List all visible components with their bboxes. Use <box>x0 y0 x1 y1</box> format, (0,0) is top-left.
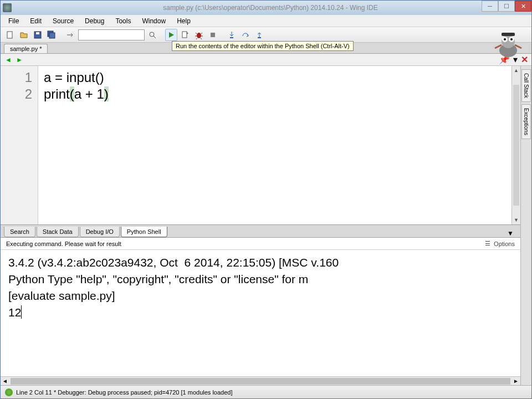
new-file-button[interactable] <box>4 29 16 41</box>
tab-overflow-button[interactable]: ▼ <box>504 229 517 237</box>
svg-rect-10 <box>258 37 261 38</box>
options-icon: ☰ <box>485 240 490 247</box>
save-button[interactable] <box>32 29 44 41</box>
nav-forward-button[interactable]: ► <box>15 55 24 64</box>
run-button[interactable] <box>165 29 177 41</box>
window-title: sample.py (c:\Users\operator\Documents\P… <box>12 4 529 12</box>
svg-rect-9 <box>230 37 233 38</box>
editor-wrap: 1 2 a = input() print(a + 1) ▲ ▼ Search … <box>1 66 520 385</box>
scroll-down-icon[interactable]: ▼ <box>512 216 520 224</box>
svg-rect-0 <box>7 32 12 38</box>
svg-rect-6 <box>182 32 187 38</box>
debug-bug-button[interactable] <box>193 29 205 41</box>
scroll-up-icon[interactable]: ▲ <box>512 66 520 75</box>
rail-exceptions[interactable]: Exceptions <box>521 104 531 139</box>
menu-help[interactable]: Help <box>172 16 195 26</box>
line-number-2: 2 <box>1 86 32 103</box>
options-label: Options <box>494 241 515 247</box>
close-button[interactable]: ✕ <box>515 1 531 12</box>
menubar: File Edit Source Debug Tools Window Help <box>1 15 531 27</box>
status-text: Line 2 Col 11 * Debugger: Debug process … <box>16 389 232 396</box>
svg-rect-8 <box>211 33 215 37</box>
open-file-button[interactable] <box>18 29 30 41</box>
bottom-tab-strip: Search Stack Data Debug I/O Python Shell… <box>1 224 520 238</box>
svg-rect-4 <box>49 33 55 38</box>
shell-line-4: 12 <box>8 304 513 321</box>
app-icon <box>3 3 12 12</box>
code-editor[interactable]: 1 2 a = input() print(a + 1) ▲ ▼ <box>1 66 520 224</box>
scroll-right-icon[interactable]: ► <box>511 378 520 384</box>
search-input[interactable] <box>78 29 145 40</box>
shell-line-1: 3.4.2 (v3.4.2:ab2c023a9432, Oct 6 2014, … <box>8 254 513 271</box>
main-window: sample.py (c:\Users\operator\Documents\P… <box>0 0 532 399</box>
shell-h-scrollbar[interactable]: ◄ ► <box>1 376 520 385</box>
shell-line-3: [evaluate sample.py] <box>8 288 513 304</box>
menu-file[interactable]: File <box>4 16 23 26</box>
maximize-button[interactable]: ☐ <box>498 1 515 12</box>
editor-scrollbar[interactable]: ▲ ▼ <box>511 66 520 224</box>
line-gutter: 1 2 <box>1 66 38 224</box>
svg-rect-17 <box>502 33 515 36</box>
debug-button[interactable] <box>179 29 191 41</box>
step-out-button[interactable] <box>253 29 265 41</box>
status-icon <box>5 388 13 396</box>
statusbar: Line 2 Col 11 * Debugger: Debug process … <box>1 385 531 398</box>
code-area[interactable]: a = input() print(a + 1) <box>38 66 511 224</box>
scroll-thumb[interactable] <box>513 85 519 206</box>
right-rail: Call Stack Exceptions <box>520 66 531 385</box>
nav-back-button[interactable]: ◄ <box>4 55 13 64</box>
menu-debug[interactable]: Debug <box>80 16 109 26</box>
run-tooltip: Run the contents of the editor within th… <box>172 41 354 51</box>
menu-source[interactable]: Source <box>48 16 78 26</box>
shell-options[interactable]: ☰ Options <box>485 240 515 247</box>
tab-python-shell[interactable]: Python Shell <box>121 227 167 237</box>
svg-point-16 <box>510 38 513 40</box>
tab-debug-io[interactable]: Debug I/O <box>80 227 120 237</box>
line-number-1: 1 <box>1 69 32 86</box>
search-button[interactable] <box>146 29 158 41</box>
stop-button[interactable] <box>207 29 219 41</box>
toolbar <box>1 27 531 43</box>
rail-call-stack[interactable]: Call Stack <box>521 69 531 102</box>
minimize-button[interactable]: ─ <box>482 1 498 12</box>
python-shell[interactable]: 3.4.2 (v3.4.2:ab2c023a9432, Oct 6 2014, … <box>1 250 520 376</box>
window-controls: ─ ☐ ✕ <box>482 1 531 12</box>
save-all-button[interactable] <box>45 29 58 41</box>
svg-point-5 <box>150 32 154 37</box>
tab-stack-data[interactable]: Stack Data <box>37 227 79 237</box>
svg-rect-2 <box>36 32 39 34</box>
nav-strip: ◄ ► 📌 ▾ ✕ <box>1 54 531 66</box>
goto-def-button[interactable] <box>64 29 76 41</box>
titlebar: sample.py (c:\Users\operator\Documents\P… <box>1 1 531 15</box>
tab-search[interactable]: Search <box>4 227 35 237</box>
menu-tools[interactable]: Tools <box>111 16 135 26</box>
shell-status-text: Executing command. Please wait for resul… <box>6 241 121 247</box>
svg-point-7 <box>197 33 201 38</box>
menu-edit[interactable]: Edit <box>25 16 46 26</box>
step-into-button[interactable] <box>226 29 238 41</box>
main-area: 1 2 a = input() print(a + 1) ▲ ▼ Search … <box>1 66 531 385</box>
step-over-button[interactable] <box>239 29 252 41</box>
scroll-left-icon[interactable]: ◄ <box>1 378 9 384</box>
shell-line-2: Python Type "help", "copyright", "credit… <box>8 271 513 288</box>
svg-point-15 <box>504 38 506 40</box>
wing-logo-icon <box>490 26 526 62</box>
menu-window[interactable]: Window <box>137 16 170 26</box>
file-tab-sample[interactable]: sample.py * <box>4 44 48 53</box>
shell-status-bar: Executing command. Please wait for resul… <box>1 238 520 250</box>
scroll-track[interactable] <box>11 378 510 385</box>
